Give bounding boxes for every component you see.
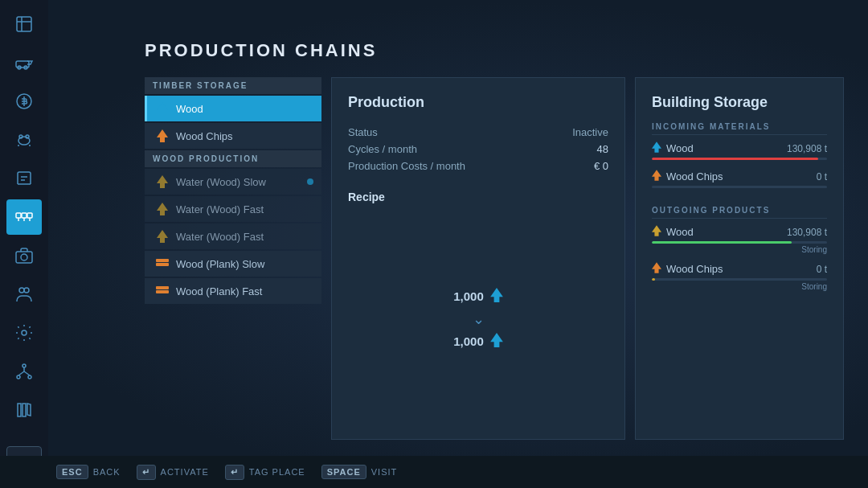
chain-item-water-wood-slow[interactable]: Water (Wood) Slow: [145, 169, 321, 195]
incoming-wood-bar-fill: [652, 158, 818, 160]
sidebar-item-org[interactable]: [6, 354, 42, 389]
cycles-value: 48: [597, 143, 608, 155]
svg-marker-40: [652, 225, 661, 236]
incoming-chips-icon: [652, 170, 661, 183]
incoming-chips-row: Wood Chips 0 t: [652, 170, 827, 183]
sidebar-item-settings[interactable]: [6, 315, 42, 351]
storage-title: Building Storage: [652, 94, 827, 111]
svg-rect-35: [156, 290, 169, 293]
sidebar-item-library[interactable]: [6, 392, 42, 428]
svg-marker-27: [157, 102, 168, 115]
svg-point-9: [26, 135, 29, 138]
incoming-wood-bar: [652, 158, 827, 160]
section-header-timber: TIMBER STORAGE: [145, 77, 321, 94]
chain-item-wood-chips[interactable]: Wood Chips: [145, 123, 321, 149]
svg-marker-38: [652, 141, 661, 153]
chain-item-water-wood-fast1-label: Water (Wood) Fast: [176, 203, 264, 215]
svg-rect-32: [156, 259, 169, 262]
svg-point-8: [19, 135, 23, 138]
chain-item-wood-chips-label: Wood Chips: [176, 130, 233, 142]
svg-rect-33: [156, 263, 169, 266]
costs-value: € 0: [594, 160, 608, 172]
recipe-area: 1,000 ⌄ 1,000: [348, 215, 608, 423]
outgoing-chips-bar-fill: [652, 278, 655, 281]
chain-item-wood-plank-slow[interactable]: Wood (Plank) Slow: [145, 251, 321, 277]
incoming-chips-label: Wood Chips: [666, 170, 723, 182]
svg-point-21: [23, 364, 26, 367]
sidebar-item-production[interactable]: [6, 199, 42, 235]
outgoing-wood-value: 130,908 t: [787, 227, 827, 238]
main-content: PRODUCTION CHAINS TIMBER STORAGE Wood: [48, 0, 868, 456]
outgoing-wood-row: Wood 130,908 t: [652, 225, 827, 239]
svg-rect-0: [17, 17, 31, 31]
sidebar: E: [0, 0, 48, 488]
svg-rect-11: [22, 213, 27, 218]
section-header-wood-prod: WOOD PRODUCTION: [145, 150, 321, 167]
visit-label: VISIT: [371, 467, 398, 477]
status-table: Status Inactive Cycles / month 48 Produc…: [348, 124, 608, 174]
chain-item-water-wood-fast-2[interactable]: Water (Wood) Fast: [145, 223, 321, 249]
space-key: SPACE: [321, 465, 366, 479]
outgoing-wood-bar-fill: [652, 241, 792, 244]
outgoing-chips-sublabel: Storing: [652, 282, 827, 291]
activate-key: ↵: [137, 465, 156, 480]
chain-item-wood-label: Wood: [176, 103, 203, 115]
tag-key: ↵: [225, 465, 244, 480]
production-title: Production: [348, 94, 608, 111]
incoming-chips-name: Wood Chips: [652, 170, 723, 183]
chain-item-water-wood-fast-1[interactable]: Water (Wood) Fast: [145, 196, 321, 222]
outgoing-chips-row: Wood Chips 0 t: [652, 262, 827, 276]
costs-row: Production Costs / month € 0: [348, 158, 608, 174]
water-wood-slow-icon: [155, 174, 170, 189]
tag-binding: ↵ TAG PLACE: [225, 465, 305, 480]
sidebar-item-map[interactable]: [6, 6, 42, 42]
incoming-wood-row: Wood 130,908 t: [652, 141, 827, 155]
outgoing-wood-name: Wood: [652, 225, 694, 239]
status-label: Status: [348, 126, 378, 138]
production-panel: Production Status Inactive Cycles / mont…: [331, 77, 625, 440]
outgoing-wood: Wood 130,908 t Storing: [652, 225, 827, 254]
tag-label: TAG PLACE: [249, 467, 305, 477]
incoming-wood-value: 130,908 t: [787, 143, 827, 154]
cycles-row: Cycles / month 48: [348, 141, 608, 158]
incoming-header: INCOMING MATERIALS: [652, 122, 827, 135]
svg-line-25: [18, 371, 24, 375]
back-label: BACK: [93, 467, 121, 477]
outgoing-header: OUTGOING PRODUCTS: [652, 206, 827, 219]
incoming-chips-value: 0 t: [817, 171, 827, 182]
outgoing-wood-sublabel: Storing: [652, 245, 827, 254]
recipe-input-icon: [490, 288, 503, 306]
svg-marker-41: [652, 262, 661, 273]
activate-binding: ↵ ACTIVATE: [137, 465, 209, 480]
svg-rect-10: [16, 213, 21, 218]
svg-marker-37: [490, 333, 503, 347]
outgoing-wood-bar: [652, 241, 827, 244]
incoming-chips-bar: [652, 186, 827, 188]
page-title: PRODUCTION CHAINS: [145, 40, 844, 61]
sidebar-item-workers[interactable]: [6, 277, 42, 312]
outgoing-chips-label: Wood Chips: [666, 263, 723, 275]
plank-slow-icon: [155, 256, 170, 271]
svg-marker-30: [157, 203, 168, 215]
recipe-output-icon: [490, 333, 503, 351]
svg-rect-16: [16, 252, 32, 263]
sidebar-item-camera[interactable]: [6, 238, 42, 273]
chain-list: TIMBER STORAGE Wood Wood Chips WOOD PROD…: [145, 77, 321, 440]
outgoing-wood-chips: Wood Chips 0 t Storing: [652, 262, 827, 291]
costs-label: Production Costs / month: [348, 160, 465, 172]
tree-blue-icon: [155, 101, 170, 116]
status-value: Inactive: [572, 126, 608, 138]
outgoing-chips-icon: [652, 262, 661, 276]
sidebar-item-animals[interactable]: [6, 122, 42, 158]
svg-rect-12: [27, 213, 32, 218]
recipe-input: 1,000: [453, 288, 503, 306]
active-dot: [307, 178, 313, 185]
svg-marker-28: [157, 129, 168, 142]
sidebar-item-guides[interactable]: [6, 161, 42, 196]
status-row: Status Inactive: [348, 124, 608, 141]
svg-point-19: [24, 288, 29, 293]
chain-item-wood[interactable]: Wood: [145, 96, 321, 121]
sidebar-item-finance[interactable]: [6, 84, 42, 119]
sidebar-item-vehicles[interactable]: [6, 45, 42, 80]
chain-item-wood-plank-fast[interactable]: Wood (Plank) Fast: [145, 278, 321, 304]
